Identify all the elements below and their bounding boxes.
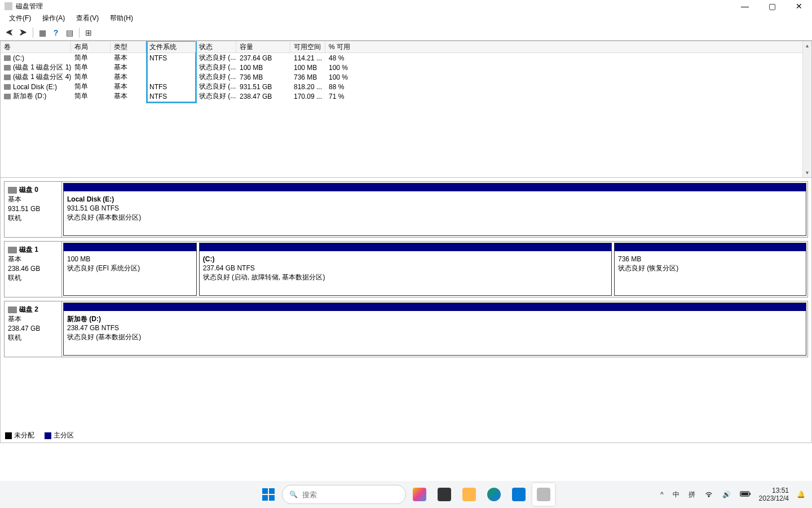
drive-icon <box>4 55 11 61</box>
svg-rect-3 <box>269 495 275 501</box>
col-volume[interactable]: 卷 <box>1 41 71 52</box>
taskbar-app-edge[interactable] <box>483 483 505 506</box>
table-header: 卷 布局 类型 文件系统 状态 容量 可用空间 % 可用 <box>1 41 811 53</box>
titlebar: 磁盘管理 ― ▢ ✕ <box>0 0 812 12</box>
legend-primary: 主分区 <box>45 431 74 440</box>
col-type[interactable]: 类型 <box>111 41 146 52</box>
disk-row: 磁盘 2基本238.47 GB联机新加卷 (D:)238.47 GB NTFS状… <box>4 301 808 357</box>
volume-icon[interactable]: 🔊 <box>721 491 732 498</box>
partition-stripe <box>64 303 806 311</box>
col-layout[interactable]: 布局 <box>71 41 111 52</box>
app-icon <box>5 2 12 10</box>
legend: 未分配 主分区 <box>5 431 74 440</box>
disk-row: 磁盘 1基本238.46 GB联机100 MB状态良好 (EFI 系统分区)(C… <box>4 241 808 297</box>
window-title: 磁盘管理 <box>16 2 807 11</box>
scroll-down-icon[interactable]: ▾ <box>803 168 811 177</box>
disk-icon <box>8 247 17 253</box>
back-button[interactable]: ⮜ <box>3 27 16 39</box>
partition[interactable]: Local Disk (E:)931.51 GB NTFS状态良好 (基本数据分… <box>63 183 806 236</box>
taskbar-app-2[interactable] <box>433 483 456 506</box>
menu-view[interactable]: 查看(V) <box>70 12 104 24</box>
taskbar-app-explorer[interactable] <box>458 483 480 506</box>
table-row[interactable]: 新加卷 (D:)简单基本NTFS状态良好 (...238.47 GB170.09… <box>1 91 811 101</box>
taskbar-app-diskmgmt[interactable] <box>532 483 555 506</box>
menu-file[interactable]: 文件(F) <box>3 12 37 24</box>
disk-graphical-area: 磁盘 0基本931.51 GB联机Local Disk (E:)931.51 G… <box>0 178 812 443</box>
tray-chevron-icon[interactable]: ^ <box>659 491 665 498</box>
disk-icon <box>8 306 17 313</box>
partition[interactable]: (C:)237.64 GB NTFS状态良好 (启动, 故障转储, 基本数据分区… <box>199 243 612 296</box>
notifications-icon[interactable]: 🔔 <box>796 491 806 498</box>
windows-icon <box>262 488 275 501</box>
legend-unallocated: 未分配 <box>5 431 34 440</box>
svg-rect-1 <box>269 488 275 494</box>
separator <box>77 27 81 39</box>
minimize-button[interactable]: ― <box>732 0 758 12</box>
svg-point-4 <box>708 496 709 497</box>
menubar: 文件(F) 操作(A) 查看(V) 帮助(H) <box>0 12 812 25</box>
svg-rect-7 <box>741 492 748 495</box>
col-free[interactable]: 可用空间 <box>290 41 325 52</box>
table-row[interactable]: (C:)简单基本NTFS状态良好 (...237.64 GB114.21 ...… <box>1 53 811 63</box>
col-fs[interactable]: 文件系统 <box>146 41 196 52</box>
search-box[interactable]: 🔍 <box>282 485 406 504</box>
help-button[interactable]: ? <box>50 27 62 39</box>
disk-row: 磁盘 0基本931.51 GB联机Local Disk (E:)931.51 G… <box>4 181 808 238</box>
tray-date: 2023/12/4 <box>759 494 789 502</box>
close-button[interactable]: ✕ <box>786 0 812 12</box>
tray-ime-lang[interactable]: 中 <box>672 490 681 500</box>
table-row[interactable]: (磁盘 1 磁盘分区 1)简单基本状态良好 (...100 MB100 MB10… <box>1 63 811 72</box>
toolbar: ⮜ ⮞ ▦ ? ▤ ⊞ <box>0 25 812 41</box>
maximize-button[interactable]: ▢ <box>759 0 785 12</box>
start-button[interactable] <box>257 483 280 506</box>
vertical-scrollbar[interactable]: ▴ ▾ <box>802 41 811 177</box>
disk-info[interactable]: 磁盘 1基本238.46 GB联机 <box>5 242 62 297</box>
separator <box>30 27 35 39</box>
partition-stripe <box>615 243 806 251</box>
partition-stripe <box>200 243 611 251</box>
svg-rect-6 <box>749 493 751 494</box>
disk-info[interactable]: 磁盘 0基本931.51 GB联机 <box>5 182 62 237</box>
col-pct[interactable]: % 可用 <box>325 41 811 52</box>
partition-stripe <box>64 243 196 251</box>
search-icon: 🔍 <box>289 491 298 498</box>
system-tray: ^ 中 拼 🔊 13:51 2023/12/4 🔔 <box>659 487 806 503</box>
volume-table: 卷 布局 类型 文件系统 状态 容量 可用空间 % 可用 (C:)简单基本NTF… <box>0 41 812 178</box>
taskbar: 🔍 ^ 中 拼 🔊 13:51 2023/12/4 🔔 <box>0 481 812 508</box>
taskbar-app-copilot[interactable] <box>408 483 431 506</box>
drive-icon <box>4 75 11 80</box>
col-status[interactable]: 状态 <box>196 41 236 52</box>
taskbar-app-store[interactable] <box>508 483 530 506</box>
partition-stripe <box>64 183 806 191</box>
refresh-button[interactable]: ⊞ <box>82 27 95 39</box>
menu-help[interactable]: 帮助(H) <box>104 12 139 24</box>
col-capacity[interactable]: 容量 <box>236 41 290 52</box>
svg-rect-2 <box>262 495 268 501</box>
forward-button[interactable]: ⮞ <box>17 27 29 39</box>
drive-icon <box>4 94 11 99</box>
wifi-icon[interactable] <box>703 489 714 500</box>
partition[interactable]: 100 MB状态良好 (EFI 系统分区) <box>63 243 197 296</box>
battery-icon[interactable] <box>739 491 752 499</box>
view-list-button[interactable]: ▦ <box>36 27 48 39</box>
svg-rect-0 <box>262 488 268 494</box>
menu-action[interactable]: 操作(A) <box>37 12 70 24</box>
properties-button[interactable]: ▤ <box>63 27 76 39</box>
search-input[interactable] <box>302 491 399 499</box>
tray-clock[interactable]: 13:51 2023/12/4 <box>759 487 789 503</box>
tray-time: 13:51 <box>759 487 789 494</box>
table-row[interactable]: (磁盘 1 磁盘分区 4)简单基本状态良好 (...736 MB736 MB10… <box>1 72 811 82</box>
scroll-up-icon[interactable]: ▴ <box>803 41 811 50</box>
drive-icon <box>4 84 11 90</box>
partition[interactable]: 新加卷 (D:)238.47 GB NTFS状态良好 (基本数据分区) <box>63 303 806 356</box>
disk-icon <box>8 187 17 194</box>
disk-info[interactable]: 磁盘 2基本238.47 GB联机 <box>5 301 62 357</box>
drive-icon <box>4 65 11 71</box>
partition[interactable]: 736 MB状态良好 (恢复分区) <box>614 243 806 296</box>
table-row[interactable]: Local Disk (E:)简单基本NTFS状态良好 (...931.51 G… <box>1 82 811 91</box>
tray-ime-mode[interactable]: 拼 <box>687 490 696 500</box>
